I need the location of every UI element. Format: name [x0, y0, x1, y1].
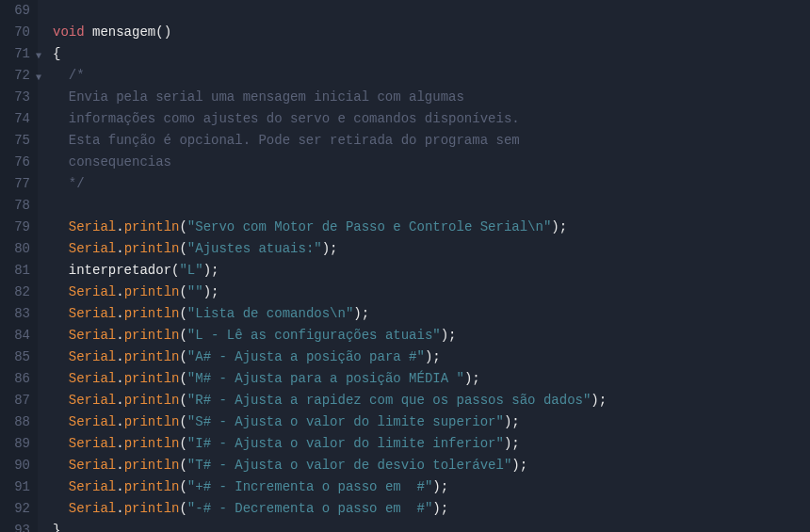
line-number: 81: [4, 260, 30, 282]
code-line: }: [53, 520, 810, 532]
serial-object: Serial: [69, 328, 116, 343]
string-literal: "R# - Ajusta a rapidez com que os passos…: [187, 393, 591, 408]
code-line: Serial.println("Ajustes atuais:");: [53, 238, 810, 260]
code-line: [53, 0, 810, 22]
fold-marker-icon[interactable]: ▼: [36, 45, 41, 67]
println-method: println: [124, 501, 180, 516]
line-number: 87: [4, 390, 30, 411]
open-brace: {: [53, 46, 60, 61]
code-line: interpretador("L");: [53, 260, 810, 282]
println-method: println: [124, 241, 180, 256]
string-literal: "L - Lê as configurações atuais": [187, 328, 441, 343]
println-method: println: [124, 479, 180, 494]
line-number: 78: [4, 195, 30, 217]
code-area[interactable]: void mensagem() { /* Envia pela serial u…: [38, 0, 810, 532]
line-number: 73: [4, 87, 30, 108]
string-literal: "M# - Ajusta para a posição MÉDIA ": [187, 371, 464, 386]
code-editor[interactable]: 69 70 71▼ 72▼ 73 74 75 76 77 78 79 80 81…: [0, 0, 810, 532]
code-line: Serial.println("I# - Ajusta o valor do l…: [53, 433, 810, 455]
comment-line: consequencias: [53, 152, 810, 173]
line-number: 75: [4, 130, 30, 152]
comment-line: Envia pela serial uma mensagem inicial c…: [53, 87, 810, 108]
code-line: {: [53, 43, 810, 65]
serial-object: Serial: [69, 219, 116, 234]
serial-object: Serial: [69, 414, 116, 429]
code-line: void mensagem(): [53, 22, 810, 43]
comment-line: informações como ajustes do servo e coma…: [53, 108, 810, 130]
string-literal: "I# - Ajusta o valor do limite inferior": [187, 436, 504, 451]
line-gutter: 69 70 71▼ 72▼ 73 74 75 76 77 78 79 80 81…: [0, 0, 38, 532]
println-method: println: [124, 436, 180, 451]
serial-object: Serial: [69, 371, 116, 386]
line-number: 89: [4, 433, 30, 455]
println-method: println: [124, 458, 180, 473]
code-line: Serial.println("-# - Decrementa o passo …: [53, 498, 810, 520]
println-method: println: [124, 328, 180, 343]
line-number: 90: [4, 455, 30, 476]
function-name: mensagem: [92, 24, 155, 40]
string-literal: "+# - Incrementa o passo em #": [187, 479, 432, 494]
string-literal: "Lista de comandos\n": [187, 306, 353, 321]
serial-object: Serial: [69, 393, 116, 408]
line-number: 72▼: [4, 65, 30, 87]
code-line: Serial.println("Lista de comandos\n");: [53, 303, 810, 325]
println-method: println: [124, 414, 180, 429]
line-number: 69: [4, 0, 30, 22]
serial-object: Serial: [69, 501, 116, 516]
line-number: 84: [4, 325, 30, 347]
serial-object: Serial: [69, 479, 116, 494]
string-literal: "T# - Ajusta o valor de desvio tolerável…: [187, 458, 511, 473]
println-method: println: [124, 306, 180, 321]
serial-object: Serial: [69, 306, 116, 321]
line-number: 91: [4, 476, 30, 498]
comment-line: Esta função é opcional. Pode ser retirad…: [53, 130, 810, 152]
string-literal: "L": [179, 263, 202, 278]
line-number: 74: [4, 108, 30, 130]
code-line: Serial.println("Servo com Motor de Passo…: [53, 217, 810, 238]
code-line: Serial.println("");: [53, 282, 810, 303]
line-number: 83: [4, 303, 30, 325]
code-line: Serial.println("+# - Incrementa o passo …: [53, 476, 810, 498]
line-number: 70: [4, 22, 30, 43]
line-number: 77: [4, 173, 30, 195]
println-method: println: [124, 284, 180, 299]
serial-object: Serial: [69, 284, 116, 299]
code-line: Serial.println("R# - Ajusta a rapidez co…: [53, 390, 810, 411]
string-literal: "-# - Decrementa o passo em #": [187, 501, 432, 516]
function-call: interpretador: [69, 263, 171, 278]
line-number: 80: [4, 238, 30, 260]
serial-object: Serial: [69, 436, 116, 451]
println-method: println: [124, 371, 180, 386]
code-line: Serial.println("L - Lê as configurações …: [53, 325, 810, 347]
fold-marker-icon[interactable]: ▼: [36, 67, 41, 89]
close-brace: }: [53, 523, 60, 532]
string-literal: "Ajustes atuais:": [187, 241, 322, 256]
parentheses: (): [155, 24, 171, 40]
line-number: 86: [4, 368, 30, 390]
code-line: Serial.println("A# - Ajusta a posição pa…: [53, 347, 810, 368]
keyword-void: void: [53, 24, 85, 40]
string-literal: "Servo com Motor de Passo e Controle Ser…: [187, 219, 551, 234]
serial-object: Serial: [69, 349, 116, 364]
code-line: Serial.println("S# - Ajusta o valor do l…: [53, 411, 810, 433]
line-number: 82: [4, 282, 30, 303]
string-literal: "A# - Ajusta a posição para #": [187, 349, 425, 364]
serial-object: Serial: [69, 458, 116, 473]
string-literal: "S# - Ajusta o valor do limite superior": [187, 414, 504, 429]
line-number: 88: [4, 411, 30, 433]
code-line: [53, 195, 810, 217]
println-method: println: [124, 349, 180, 364]
serial-object: Serial: [69, 241, 116, 256]
code-line: Serial.println("M# - Ajusta para a posiç…: [53, 368, 810, 390]
string-literal: "": [187, 284, 203, 299]
line-number: 93: [4, 520, 30, 532]
line-number: 79: [4, 217, 30, 238]
comment-line: */: [53, 173, 810, 195]
code-line: Serial.println("T# - Ajusta o valor de d…: [53, 455, 810, 476]
line-number: 71▼: [4, 43, 30, 65]
comment-line: /*: [53, 65, 810, 87]
println-method: println: [124, 219, 180, 234]
line-number: 85: [4, 347, 30, 368]
line-number: 76: [4, 152, 30, 173]
println-method: println: [124, 393, 180, 408]
